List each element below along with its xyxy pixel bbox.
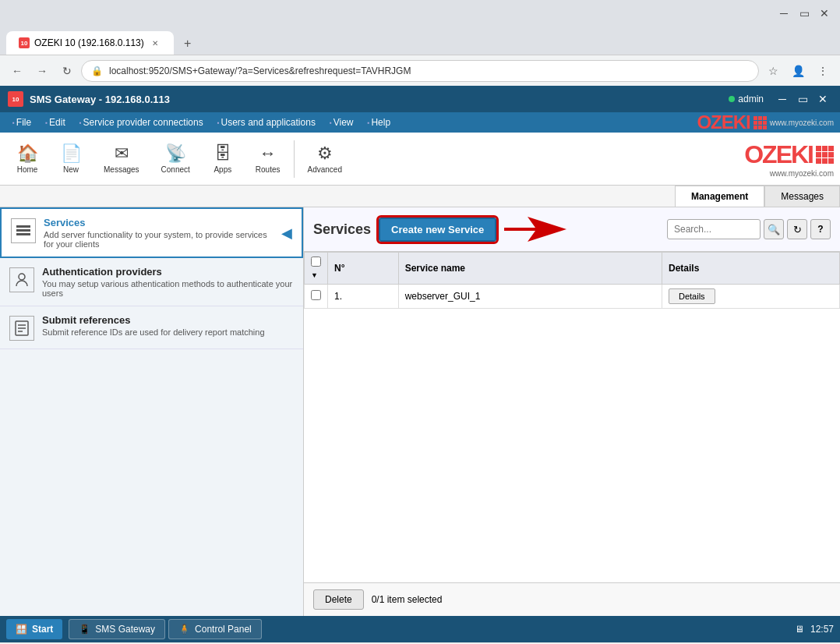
- tabs-spacer: [0, 186, 675, 207]
- auth-desc: You may setup various athentication meth…: [42, 279, 294, 298]
- app-close-btn[interactable]: ✕: [814, 90, 832, 108]
- start-icon: 🪟: [16, 624, 27, 635]
- title-bar: ─ ▭ ✕: [0, 0, 840, 27]
- back-btn[interactable]: ←: [6, 60, 28, 82]
- auth-content: Authentication providers You may setup v…: [42, 266, 294, 298]
- grid-cell: [816, 152, 821, 157]
- create-new-service-btn[interactable]: Create new Service: [379, 218, 496, 242]
- tab-management[interactable]: Management: [675, 186, 764, 207]
- sidebar-item-submit-refs[interactable]: Submit references Submit reference IDs a…: [0, 306, 303, 349]
- tab-messages[interactable]: Messages: [764, 186, 840, 207]
- grid-cell: [822, 146, 828, 151]
- menu-view[interactable]: View: [323, 115, 360, 130]
- connect-icon: 📡: [165, 143, 186, 164]
- grid-cell: [758, 121, 762, 125]
- delete-btn[interactable]: Delete: [313, 589, 364, 610]
- menu-help[interactable]: Help: [362, 115, 397, 130]
- sidebar-item-auth[interactable]: Authentication providers You may setup v…: [0, 258, 303, 306]
- toolbar-connect-btn[interactable]: 📡 Connect: [151, 137, 200, 181]
- details-btn[interactable]: Details: [669, 288, 715, 304]
- auth-icon: [9, 267, 34, 292]
- services-arrow: ◀: [281, 225, 292, 242]
- content-wrapper: Services Add server functionality to you…: [0, 207, 840, 616]
- grid-cell: [816, 158, 821, 164]
- ozeki-url: www.myozeki.com: [770, 119, 834, 127]
- ozeki-logo-area: OZEKI www.myozeki.com: [697, 111, 834, 133]
- grid-cell: [828, 146, 834, 151]
- advanced-icon: ⚙: [317, 143, 333, 164]
- sms-gateway-icon: 📱: [79, 624, 90, 635]
- toolbar-separator: [294, 140, 295, 178]
- new-tab-btn[interactable]: +: [177, 33, 199, 55]
- table-row: 1. webserver_GUI_1 Details: [305, 285, 840, 309]
- taskbar-control-panel[interactable]: 🧍 Control Panel: [168, 619, 262, 639]
- address-bar[interactable]: 🔒 localhost:9520/SMS+Gateway/?a=Services…: [81, 60, 759, 82]
- toolbar-group-advanced: ⚙ Advanced: [298, 137, 352, 181]
- bookmark-btn[interactable]: ☆: [762, 60, 784, 82]
- services-title: Services: [44, 217, 274, 228]
- url-text: localhost:9520/SMS+Gateway/?a=Services&r…: [109, 65, 411, 76]
- grid-cell: [758, 126, 762, 129]
- arrow-container: [504, 214, 566, 245]
- toolbar-messages-btn[interactable]: ✉ Messages: [94, 137, 150, 181]
- routes-icon: ↔: [259, 143, 277, 164]
- toolbar-new-btn[interactable]: 📄 New: [50, 137, 92, 181]
- services-table: ▼ N° Service name Details 1.: [304, 252, 840, 309]
- dropdown-arrow[interactable]: ▼: [311, 271, 318, 279]
- maximize-browser-btn[interactable]: ▭: [795, 4, 814, 23]
- toolbar-apps-btn[interactable]: 🗄 Apps: [202, 137, 244, 181]
- minimize-browser-btn[interactable]: ─: [775, 4, 793, 23]
- toolbar-home-btn[interactable]: 🏠 Home: [6, 137, 48, 181]
- row-service-name: webserver_GUI_1: [398, 285, 662, 309]
- th-service-name: Service name: [398, 253, 662, 285]
- logo-row: OZEKI: [744, 140, 834, 169]
- taskbar-sms-gateway[interactable]: 📱 SMS Gateway: [69, 619, 165, 639]
- ozeki-url-toolbar: www.myozeki.com: [744, 169, 834, 178]
- menu-btn[interactable]: ⋮: [812, 60, 834, 82]
- grid-cell: [822, 158, 828, 164]
- grid-cell: [763, 116, 767, 120]
- toolbar: 🏠 Home 📄 New ✉ Messages 📡 Connect 🗄 Apps…: [0, 133, 840, 186]
- help-btn[interactable]: ?: [810, 219, 831, 239]
- grid-cell: [758, 116, 762, 120]
- grid-cell: [763, 121, 767, 125]
- reload-btn[interactable]: ↻: [56, 60, 78, 82]
- menu-file[interactable]: File: [6, 115, 37, 130]
- tab-title: OZEKI 10 (192.168.0.113): [34, 37, 144, 48]
- menu-service-provider[interactable]: Service provider connections: [73, 115, 210, 130]
- services-desc: Add server functionality to your system,…: [44, 230, 274, 249]
- menu-users[interactable]: Users and applications: [211, 115, 322, 130]
- toolbar-advanced-btn[interactable]: ⚙ Advanced: [298, 137, 352, 181]
- advanced-label: Advanced: [308, 165, 342, 174]
- forward-btn[interactable]: →: [31, 60, 53, 82]
- grid-cell: [754, 126, 757, 129]
- table-body: 1. webserver_GUI_1 Details: [305, 285, 840, 309]
- main-header: Services Create new Service 🔍 ↻ ?: [304, 207, 840, 252]
- new-icon: 📄: [61, 143, 82, 164]
- services-table-container: ▼ N° Service name Details 1.: [304, 252, 840, 582]
- row-checkbox[interactable]: [311, 290, 321, 300]
- start-btn[interactable]: 🪟 Start: [6, 619, 62, 639]
- grid-cell: [754, 116, 757, 120]
- grid-cell: [754, 121, 757, 125]
- search-input[interactable]: [667, 219, 761, 239]
- app-maximize-btn[interactable]: ▭: [793, 90, 812, 108]
- account-btn[interactable]: 👤: [787, 60, 809, 82]
- app-minimize-btn[interactable]: ─: [773, 90, 792, 108]
- svg-point-3: [19, 274, 25, 280]
- tab-close-btn[interactable]: ✕: [149, 37, 161, 49]
- select-all-checkbox[interactable]: [311, 257, 321, 267]
- menu-edit[interactable]: Edit: [39, 115, 72, 130]
- refresh-btn[interactable]: ↻: [787, 219, 807, 239]
- search-btn[interactable]: 🔍: [764, 219, 784, 239]
- tab-favicon: 10: [19, 37, 30, 48]
- close-browser-btn[interactable]: ✕: [815, 4, 834, 23]
- sidebar: Services Add server functionality to you…: [0, 207, 304, 616]
- toolbar-routes-btn[interactable]: ↔ Routes: [245, 137, 291, 181]
- browser-tab[interactable]: 10 OZEKI 10 (192.168.0.113) ✕: [6, 31, 174, 55]
- sms-gateway-label: SMS Gateway: [95, 624, 155, 635]
- taskbar-right: 🖥 12:57: [795, 624, 834, 635]
- tab-bar: 10 OZEKI 10 (192.168.0.113) ✕ +: [0, 27, 840, 55]
- grid-cell: [828, 152, 834, 157]
- sidebar-item-services[interactable]: Services Add server functionality to you…: [0, 207, 303, 258]
